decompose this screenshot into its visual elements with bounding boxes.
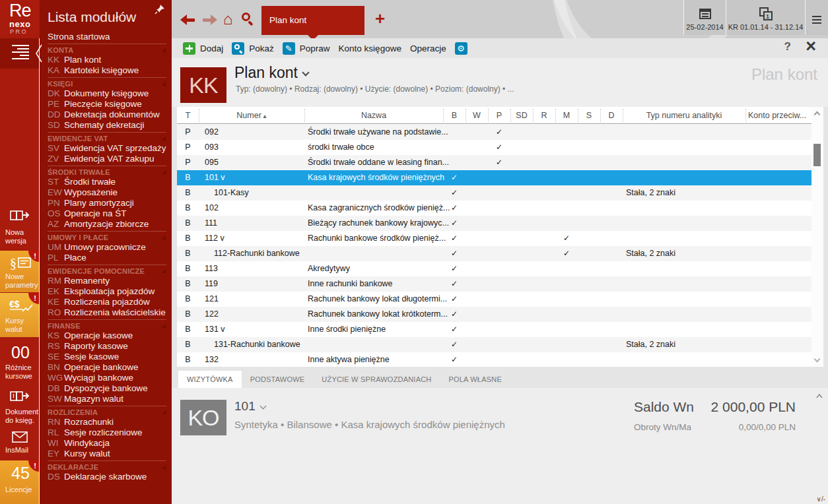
help-button[interactable]: ? bbox=[784, 40, 791, 53]
sidebar-section-header[interactable]: KSIĘGI bbox=[48, 79, 168, 88]
table-row-101[interactable]: B101 vKasa krajowych środków pieniężnych… bbox=[177, 170, 811, 185]
detail-tab-0[interactable]: WIZYTÓWKA bbox=[178, 371, 242, 388]
sidebar-item-dk[interactable]: DKDokumenty księgowe bbox=[48, 88, 168, 99]
column-header-b[interactable]: B bbox=[443, 109, 466, 122]
sidebar-item-os[interactable]: OSOperacje na ŚT bbox=[48, 208, 168, 219]
nav-back-button[interactable] bbox=[180, 15, 195, 25]
table-row-112[interactable]: B112 vRachunki bankowe środków pienięż..… bbox=[177, 231, 811, 246]
column-header-t[interactable]: T bbox=[177, 109, 199, 122]
sidebar-item-zv[interactable]: ZVEwidencja VAT zakupu bbox=[48, 154, 168, 164]
table-row-131[interactable]: B131 vInne środki pieniężne✓ bbox=[177, 322, 811, 337]
settings-button[interactable]: ⚙ bbox=[455, 38, 472, 58]
modules-menu-button[interactable] bbox=[0, 38, 40, 69]
scrollbar-thumb[interactable] bbox=[813, 144, 821, 166]
konto-ksiegowe-button[interactable]: Konto księgowe bbox=[339, 38, 401, 58]
sidebar-item-pn[interactable]: PNPlany amortyzacji bbox=[48, 198, 168, 208]
close-button[interactable]: × bbox=[806, 36, 816, 57]
sidebar-item-db[interactable]: DBDyspozycje bankowe bbox=[48, 383, 168, 394]
nav-home-button[interactable]: ⌂ bbox=[223, 10, 233, 28]
sidebar-item-rn[interactable]: RNRozrachunki bbox=[48, 417, 168, 427]
sidebar-item-rm[interactable]: RMRemanenty bbox=[48, 276, 168, 286]
app-menu-button[interactable] bbox=[805, 0, 828, 35]
sidebar-item-st[interactable]: STŚrodki trwałe bbox=[48, 177, 168, 187]
add-button[interactable]: Dodaj bbox=[183, 38, 223, 58]
column-header-sd[interactable]: SD bbox=[510, 109, 533, 122]
sidebar-item-az[interactable]: AZAmortyzacje zbiorcze bbox=[48, 219, 168, 230]
table-row-132[interactable]: B132Inne aktywa pieniężne✓ bbox=[177, 352, 811, 367]
sidebar-section-header[interactable]: EWIDENCJE POMOCNICZE bbox=[48, 267, 168, 276]
sidebar-item-sw[interactable]: SWMagazyn walut bbox=[48, 394, 168, 404]
table-row-122[interactable]: B122Rachunek bankowy lokat krótkoterm...… bbox=[177, 307, 811, 322]
table-row-093[interactable]: P093środki trwałe obce✓ bbox=[177, 140, 811, 155]
sidebar-item-pe[interactable]: PEPieczęcie księgowe bbox=[48, 99, 168, 110]
sidebar-item-sv[interactable]: SVEwidencja VAT sprzedaży bbox=[48, 143, 168, 154]
sidebar-section-header[interactable]: DEKLARACJE bbox=[48, 462, 168, 472]
sidebar-item-bn[interactable]: BNOperacje bankowe bbox=[48, 362, 168, 373]
column-header-m[interactable]: M bbox=[555, 109, 578, 122]
roznice-kursowe-count[interactable]: 00 bbox=[11, 343, 30, 362]
sidebar-item-ds[interactable]: DSDeklaracje skarbowe bbox=[48, 472, 168, 482]
sidebar-item-ey[interactable]: EYKursy walut bbox=[48, 449, 168, 459]
sidebar-item-se[interactable]: SESesje kasowe bbox=[48, 352, 168, 362]
page-title[interactable]: Plan kont bbox=[234, 64, 308, 82]
account-number[interactable]: 101 bbox=[234, 399, 265, 414]
table-row-102[interactable]: B102Kasa zagranicznych środków pienięż..… bbox=[177, 201, 811, 216]
operacje-button[interactable]: Operacje bbox=[410, 38, 446, 58]
column-header-typ[interactable]: Typ numeru analityki bbox=[623, 109, 745, 122]
accounting-period-button[interactable]: 1 KR 01.01.14 - 31.12.14 bbox=[726, 0, 805, 35]
sidebar-item-ro[interactable]: RORozliczenia właścicielskie bbox=[48, 307, 168, 318]
nav-search-button[interactable] bbox=[241, 12, 256, 26]
table-scrollbar[interactable] bbox=[811, 107, 823, 367]
scroll-up-icon[interactable] bbox=[814, 111, 821, 118]
table-row-111[interactable]: B111Bieżący rachunek bankowy krajowyc...… bbox=[177, 216, 811, 231]
column-header-numer[interactable]: Numer ▴ bbox=[199, 109, 304, 122]
table-row-101-Kasy[interactable]: B101-Kasy✓Stała, 2 znaki bbox=[177, 185, 811, 201]
iconbar-nowa-wersja[interactable]: Nowa wersja bbox=[5, 228, 37, 245]
edit-button[interactable]: ✎Popraw bbox=[283, 38, 330, 58]
sidebar-item-strona-startowa[interactable]: Strona startowa bbox=[48, 32, 168, 42]
table-row-095[interactable]: P095Środki trwałe oddane w leasing finan… bbox=[177, 155, 811, 170]
detail-tab-3[interactable]: POLA WŁASNE bbox=[440, 371, 510, 388]
column-header-r[interactable]: R bbox=[533, 109, 555, 122]
pin-icon[interactable] bbox=[155, 4, 165, 15]
sidebar-item-dd[interactable]: DDDekretacja dokumentów bbox=[48, 110, 168, 120]
iconbar-kursy-walut[interactable]: ! €$ Kursy walut bbox=[0, 293, 40, 337]
iconbar-licencje[interactable]: ! 45 Licencje bbox=[0, 460, 40, 504]
sidebar-item-ek[interactable]: EKEksploatacja pojazdów bbox=[48, 286, 168, 297]
iconbar-nowe-parametry[interactable]: ! § Nowe parametry bbox=[0, 251, 40, 292]
sidebar-item-rs[interactable]: RSRaporty kasowe bbox=[48, 341, 168, 352]
detail-tab-2[interactable]: UŻYCIE W SPRAWOZDANIACH bbox=[313, 371, 440, 388]
sidebar-section-header[interactable]: ROZLICZENIA bbox=[48, 408, 168, 417]
column-header-s[interactable]: S bbox=[578, 109, 600, 122]
sidebar-item-wg[interactable]: WGWyciągi bankowe bbox=[48, 373, 168, 383]
app-date-button[interactable]: 25-02-2014 bbox=[683, 0, 726, 35]
table-row-113[interactable]: B113Akredytywy✓ bbox=[177, 261, 811, 276]
table-row-092[interactable]: P092Środki trwałe używane na podstawie..… bbox=[177, 125, 811, 140]
sidebar-section-header[interactable]: UMOWY I PŁACE bbox=[48, 233, 168, 242]
column-header-d[interactable]: D bbox=[600, 109, 623, 122]
iconbar-roznice-kursowe[interactable]: Różnice kursowe bbox=[5, 363, 37, 381]
column-header-nazwa[interactable]: Nazwa bbox=[304, 109, 443, 122]
iconbar-dokument[interactable]: Dokument do księg. bbox=[5, 408, 37, 425]
table-row-119[interactable]: B119Inne rachunki bankowe✓ bbox=[177, 276, 811, 292]
nav-forward-button[interactable] bbox=[202, 15, 217, 25]
column-header-p[interactable]: P bbox=[488, 109, 510, 122]
sidebar-section-header[interactable]: ŚRODKI TRWAŁE bbox=[48, 168, 168, 177]
sidebar-item-ks[interactable]: KSOperacje kasowe bbox=[48, 331, 168, 341]
new-tab-button[interactable]: + bbox=[375, 9, 385, 29]
sidebar-item-pl[interactable]: PLPłace bbox=[48, 253, 168, 263]
sidebar-item-sd[interactable]: SDSchematy dekretacji bbox=[48, 120, 168, 131]
filter-summary[interactable]: Typ: (dowolny) • Rodzaj: (dowolny) • Uży… bbox=[236, 84, 514, 94]
sidebar-item-rl[interactable]: RLSesje rozliczeniowe bbox=[48, 427, 168, 438]
scroll-down-icon[interactable] bbox=[814, 356, 821, 363]
tab-plan-kont[interactable]: Plan kont bbox=[261, 6, 364, 35]
table-row-121[interactable]: B121Rachunek bankowy lokat długotermi...… bbox=[177, 292, 811, 307]
sidebar-section-header[interactable]: FINANSE bbox=[48, 321, 168, 331]
sidebar-item-ke[interactable]: KERozliczenia pojazdów bbox=[48, 297, 168, 307]
iconbar-insmail[interactable]: InsMail bbox=[5, 446, 37, 455]
column-header-w[interactable]: W bbox=[466, 109, 488, 122]
sidebar-item-ka[interactable]: KAKartoteki księgowe bbox=[48, 65, 168, 76]
sidebar-section-header[interactable]: KONTA bbox=[48, 46, 168, 55]
detail-tab-1[interactable]: PODSTAWOWE bbox=[242, 371, 314, 388]
sidebar-section-header[interactable]: EWIDENCJE VAT bbox=[48, 134, 168, 143]
